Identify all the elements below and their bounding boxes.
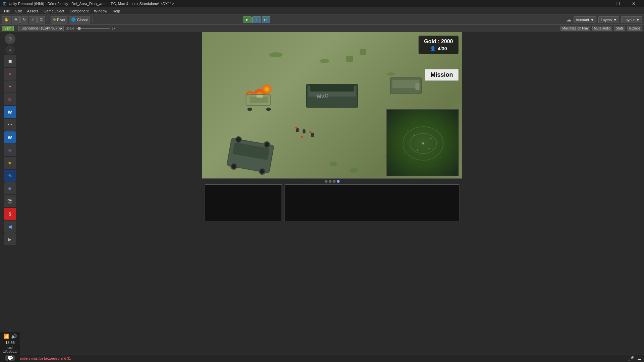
expand-arrow[interactable]: › (0, 328, 20, 332)
svg-point-7 (407, 130, 408, 131)
red-marker-1 (296, 127, 298, 129)
move-tool-button[interactable]: ✥ (12, 16, 20, 23)
account-dropdown[interactable]: Account ▼ (574, 16, 597, 23)
scale-tool-button[interactable]: ⤢ (29, 16, 37, 23)
svg-point-18 (412, 123, 413, 124)
menu-gameobject[interactable]: GameObject (41, 8, 67, 14)
dot-3 (333, 180, 335, 183)
terrain-grass-2 (320, 59, 330, 63)
layers-dropdown[interactable]: Layers ▼ (598, 16, 619, 23)
sidebar-icon-discord[interactable]: ◈ (4, 182, 16, 194)
title-bar: ⊞ Unity Personal (64bit) - Démo2.unity -… (0, 0, 644, 7)
soldier-2 (303, 129, 306, 133)
close-button[interactable]: ✕ (626, 0, 641, 7)
sidebar-icon-media[interactable]: 🎬 (4, 195, 16, 207)
play-controls: ▶ ⏸ ⏭ (243, 16, 270, 23)
bottom-panel (202, 178, 462, 227)
tray-action-button[interactable]: 💬 (5, 355, 15, 361)
sidebar-icon-git[interactable]: ⚙ (4, 93, 16, 105)
menu-bar: File Edit Assets GameObject Component Wi… (0, 7, 644, 15)
restore-button[interactable]: ❐ (610, 0, 626, 7)
pivot-button[interactable]: ⊙ Pivot (51, 16, 67, 23)
step-button[interactable]: ⏭ (262, 16, 270, 23)
tray-speaker-icon[interactable]: 🔊 (11, 334, 17, 339)
display-select[interactable]: Standalone (1024×768) (18, 26, 64, 31)
minimap (387, 109, 459, 176)
svg-point-5 (417, 149, 418, 151)
menu-edit[interactable]: Edit (13, 8, 24, 14)
global-icon: 🌐 (71, 17, 76, 22)
tag-button[interactable]: Satn (2, 26, 14, 31)
svg-point-3 (414, 134, 415, 136)
svg-point-14 (402, 136, 403, 137)
scale-slider-thumb (78, 27, 80, 30)
menu-assets[interactable]: Assets (24, 8, 41, 14)
menu-component[interactable]: Component (67, 8, 91, 14)
sidebar-icon-circle[interactable]: ○ (5, 45, 15, 54)
transform-tools: ✋ ✥ ↻ ⤢ ⊡ (2, 16, 45, 23)
sidebar-icon-word[interactable]: W (4, 106, 16, 118)
sidebar-icon-hierarchy[interactable]: ▣ (4, 55, 16, 67)
svg-point-19 (432, 153, 433, 154)
scale-label: Scale (66, 26, 74, 30)
sidebar-icon-spark[interactable]: ✦ (4, 80, 16, 93)
pause-button[interactable]: ⏸ (252, 16, 261, 23)
secondary-toolbar: Satn | Standalone (1024×768) Scale 1x Ma… (0, 25, 644, 32)
system-tray-area: › 📶 🔊 18:55 lundi 02/01/2017 💬 (0, 332, 20, 362)
terrain-tree-2 (360, 49, 366, 55)
red-marker-3 (301, 136, 303, 138)
fire-2 (262, 84, 272, 94)
menu-file[interactable]: File (1, 8, 13, 14)
maximize-on-play-button[interactable]: Maximize on Play (560, 26, 590, 31)
red-marker-2 (310, 131, 312, 133)
minimap-svg (387, 110, 458, 176)
sidebar-icon-back[interactable]: ◀ (4, 221, 16, 233)
global-button[interactable]: 🌐 Global (69, 16, 90, 23)
scale-value: 1x (112, 26, 115, 30)
vehicle-overturned (227, 139, 277, 180)
menu-help[interactable]: Help (110, 8, 123, 14)
sidebar-icon-s[interactable]: S (4, 208, 16, 220)
clock-time: 18:55 (2, 340, 17, 345)
stats-button[interactable]: Stats (614, 26, 625, 31)
sidebar-icon-star[interactable]: ★ (4, 157, 16, 169)
sidebar-icon-ps[interactable]: Ps (4, 170, 16, 182)
layout-chevron-icon: ▼ (636, 18, 640, 22)
microphone-icon[interactable]: 🎤 (628, 356, 634, 361)
menu-window[interactable]: Window (91, 8, 110, 14)
svg-point-11 (410, 162, 411, 163)
layout-dropdown[interactable]: Layout ▼ (621, 16, 642, 23)
vehicle-suv (390, 77, 424, 98)
unit-count-text: 4/30 (438, 46, 447, 51)
sidebar-icon-teams[interactable]: ◈ (4, 144, 16, 156)
tray-network-icon[interactable]: 📶 (3, 334, 9, 339)
hand-tool-button[interactable]: ✋ (2, 16, 11, 23)
rect-tool-button[interactable]: ⊡ (37, 16, 45, 23)
bottom-thumbnail-left (205, 184, 282, 221)
clock-date: 02/01/2017 (2, 350, 17, 354)
rotate-tool-button[interactable]: ↻ (20, 16, 28, 23)
svg-point-17 (427, 160, 428, 161)
sidebar-icon-home[interactable]: ⊞ (5, 34, 15, 44)
soldier-3 (311, 133, 314, 137)
sidebar-icon-word2[interactable]: W (4, 131, 16, 143)
sidebar-icon-forward[interactable]: ▶ (4, 233, 16, 245)
display-sep: | (16, 26, 17, 30)
gizmos-button[interactable]: Gizmos (627, 26, 642, 31)
svg-point-15 (442, 141, 443, 142)
play-button[interactable]: ▶ (243, 16, 252, 23)
scale-slider[interactable] (76, 28, 110, 29)
tray-icons: 📶 🔊 (3, 334, 17, 339)
sidebar-icon-scene[interactable]: ● (4, 68, 16, 80)
sidebar-icon-dots[interactable]: ⋯ (4, 119, 16, 131)
minimap-inner (387, 110, 458, 176)
svg-point-10 (440, 157, 441, 158)
cloud-status-icon[interactable]: ☁ (637, 356, 641, 361)
gold-text: Gold : 2000 (424, 39, 453, 45)
terrain-grass-6 (330, 162, 337, 166)
bottom-thumbnail-right (285, 184, 460, 221)
minimize-button[interactable]: ─ (595, 0, 610, 7)
main-layout: ⊞ ○ ▣ ● ✦ ⚙ W ⋯ W ◈ ★ Ps ◈ 🎬 S ◀ ▶ › 📶 🔊 (0, 32, 644, 355)
hud-mission-button[interactable]: Mission (425, 69, 459, 81)
mute-audio-button[interactable]: Mute audio (592, 26, 612, 31)
